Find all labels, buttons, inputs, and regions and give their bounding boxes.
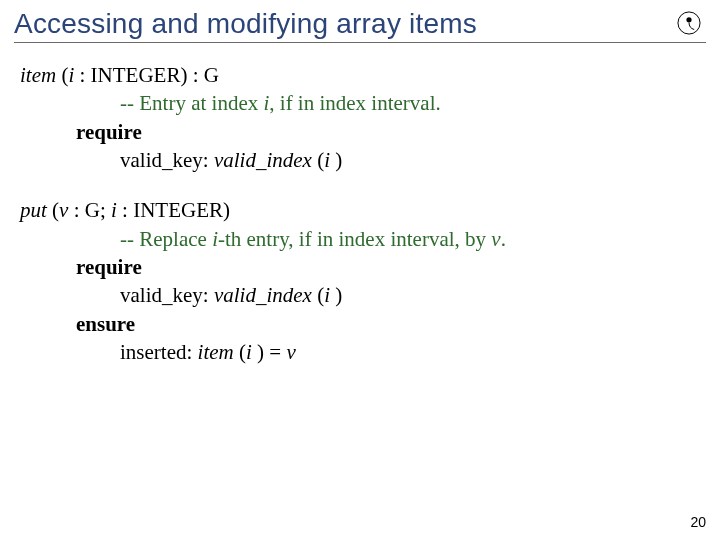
require-keyword: require [20,253,702,281]
text: ( [312,283,324,307]
feature-name: put [20,198,47,222]
text: ) = [257,340,286,364]
page-title: Accessing and modifying array items [14,8,706,40]
assertion-label: inserted: [120,340,198,364]
text: ( [56,63,68,87]
call-name: item [198,340,234,364]
param-type: : G [74,198,100,222]
put-ensure-clause: inserted: item (i ) = v [20,338,702,366]
item-signature: item (i : INTEGER) : G [20,61,702,89]
text: ) [335,148,342,172]
item-require-clause: valid_key: valid_index (i ) [20,146,702,174]
require-keyword: require [20,118,702,146]
text: -th entry, if in index interval, by [218,227,491,251]
put-signature: put (v : G; i : INTEGER) [20,196,702,224]
param-v: v [59,198,74,222]
param-type: : INTEGER [122,198,223,222]
put-require-clause: valid_key: valid_index (i ) [20,281,702,309]
text: ; [100,198,111,222]
call-name: valid_index [214,283,312,307]
param-i: i [68,63,79,87]
ensure-keyword: ensure [20,310,702,338]
text: ( [234,340,246,364]
assertion-label: valid_key: [120,283,214,307]
svg-point-1 [686,17,691,22]
text: ) [223,198,230,222]
text: ( [312,148,324,172]
var-i: i [246,340,257,364]
item-comment: -- Entry at index i, if in index interva… [20,89,702,117]
slide-content: item (i : INTEGER) : G -- Entry at index… [0,43,720,366]
var-v: v [491,227,500,251]
text: , if in index interval. [269,91,440,115]
return-type: ) : G [180,63,219,87]
text: ) [335,283,342,307]
feature-name: item [20,63,56,87]
var-i: i [324,283,335,307]
text: -- Entry at index [120,91,263,115]
text: ( [47,198,59,222]
put-comment: -- Replace i-th entry, if in index inter… [20,225,702,253]
call-name: valid_index [214,148,312,172]
text: -- Replace [120,227,212,251]
var-i: i [324,148,335,172]
eth-circle-icon [676,10,702,36]
param-type: : INTEGER [80,63,181,87]
param-i: i [111,198,122,222]
page-number: 20 [690,514,706,530]
text: . [501,227,506,251]
var-v: v [286,340,295,364]
assertion-label: valid_key: [120,148,214,172]
